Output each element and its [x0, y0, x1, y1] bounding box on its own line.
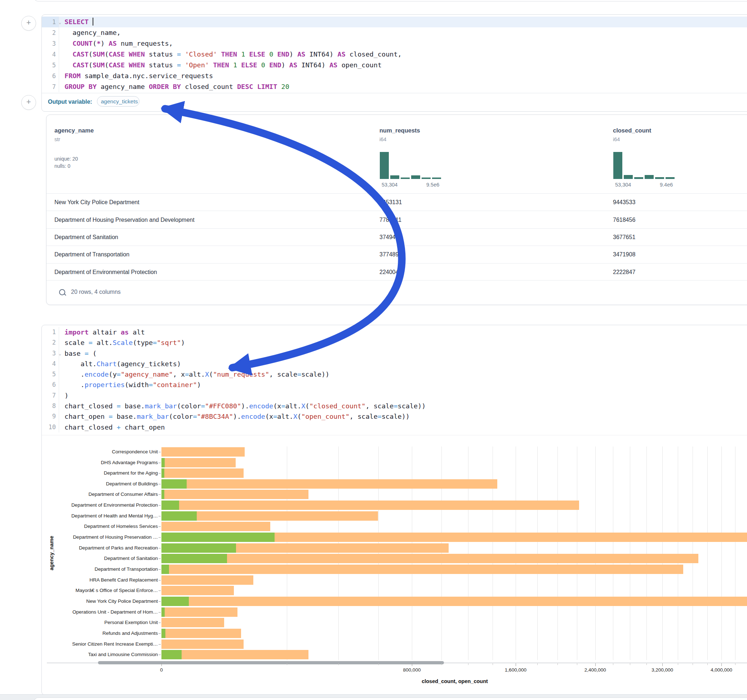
column-name: agency_name	[54, 127, 94, 134]
histogram-min-label: 53,304	[615, 182, 631, 188]
output-variable-pill[interactable]: agency_tickets	[97, 96, 139, 107]
table-row-count: 20 rows, 4 columns	[71, 289, 121, 295]
code-text: FROM sample_data.nyc.service_requests	[59, 71, 213, 81]
line-number: 8	[42, 401, 59, 411]
line-number: 2	[42, 337, 59, 348]
line-number: 3	[42, 38, 59, 49]
table-cell: 9453131	[380, 199, 402, 206]
table-header: agency_namestrunique: 20nulls: 0num_requ…	[47, 115, 747, 193]
code-text: alt.Chart(agency_tickets)	[59, 359, 181, 369]
histogram-bar	[390, 175, 400, 180]
column-histogram	[380, 152, 442, 180]
line-number: 2	[42, 27, 59, 38]
code-line: 1⌄SELECT	[42, 17, 747, 27]
search-icon[interactable]	[59, 289, 65, 295]
add-cell-button[interactable]: +	[21, 16, 36, 31]
histogram-bar	[644, 175, 654, 180]
code-text: chart_open = base.mark_bar(color="#8BC34…	[59, 411, 410, 422]
histogram-bar	[400, 177, 410, 180]
line-number: 5	[42, 369, 59, 380]
collapse-chevron-icon[interactable]: ⌄	[59, 17, 61, 28]
text-cursor	[92, 18, 93, 26]
python-cell: 1import altair as alt2scale = alt.Scale(…	[41, 325, 747, 695]
line-number: 4	[42, 359, 59, 369]
column-stat: nulls: 0	[54, 163, 94, 169]
sql-code-editor[interactable]: 1⌄SELECT 2 agency_name,3 COUNT(*) AS num…	[42, 15, 747, 95]
code-text: SELECT	[59, 17, 747, 27]
table-row[interactable]: Department of Transportation377489234719…	[47, 246, 747, 263]
code-line: 7GROUP BY agency_name ORDER BY closed_co…	[42, 81, 747, 92]
histogram-bar	[634, 177, 644, 180]
line-number: 1	[42, 327, 59, 337]
code-text: import altair as alt	[59, 327, 145, 337]
table-cell: Department of Housing Preservation and D…	[54, 217, 195, 223]
histogram-bar	[380, 152, 389, 180]
output-variable-row: Output variable: agency_tickets	[42, 93, 747, 111]
code-line: 1import altair as alt	[42, 327, 747, 337]
code-text: scale = alt.Scale(type="sqrt")	[59, 337, 185, 348]
table-cell: 3471908	[613, 251, 635, 258]
python-code-editor[interactable]: 1import altair as alt2scale = alt.Scale(…	[42, 325, 747, 435]
histogram-bar	[623, 175, 633, 180]
histogram-min-label: 53,304	[382, 182, 398, 188]
code-line: 2scale = alt.Scale(type="sqrt")	[42, 337, 747, 348]
code-line: 3 COUNT(*) AS num_requests,	[42, 38, 747, 49]
collapse-chevron-icon[interactable]: ⌄	[59, 348, 61, 359]
table-row[interactable]: Department of Housing Preservation and D…	[47, 211, 747, 228]
column-header-closed_count[interactable]: closed_counti64	[613, 127, 651, 142]
line-number: 9	[42, 411, 59, 422]
line-number: 10	[42, 422, 59, 433]
table-body: New York City Police Department945313194…	[47, 193, 747, 281]
table-row[interactable]: Department of Environmental Protection22…	[47, 263, 747, 281]
line-number: 6	[42, 380, 59, 390]
next-cell-edge	[34, 697, 747, 700]
code-line: 4 alt.Chart(agency_tickets)	[42, 359, 747, 369]
column-name: closed_count	[613, 127, 651, 134]
histogram-bar	[613, 152, 623, 180]
table-cell: Department of Sanitation	[54, 234, 118, 241]
code-line: 3⌄base = (	[42, 348, 747, 359]
sql-cell: 1⌄SELECT 2 agency_name,3 COUNT(*) AS num…	[41, 14, 747, 112]
column-histogram	[613, 152, 675, 180]
code-text: base = (	[59, 348, 97, 359]
table-cell: 7618456	[613, 217, 635, 223]
column-header-agency_name[interactable]: agency_namestrunique: 20nulls: 0	[54, 127, 94, 169]
table-row[interactable]: Department of Sanitation37494853677651	[47, 228, 747, 246]
line-number: 7	[42, 81, 59, 92]
code-line: 5 CAST(SUM(CASE WHEN status = 'Open' THE…	[42, 60, 747, 71]
line-number: 1⌄	[42, 17, 59, 27]
histogram-bar	[411, 175, 420, 180]
column-name: num_requests	[380, 127, 420, 134]
histogram-bar	[432, 177, 442, 180]
column-type: i64	[380, 136, 420, 142]
code-line: 6FROM sample_data.nyc.service_requests	[42, 71, 747, 81]
code-text: chart_closed = base.mark_bar(color="#FFC…	[59, 401, 426, 411]
line-number: 3⌄	[42, 348, 59, 359]
code-line: 10chart_closed + chart_open	[42, 422, 747, 433]
code-line: 5 .encode(y="agency_name", x=alt.X("num_…	[42, 369, 747, 380]
table-cell: 3749485	[380, 234, 402, 241]
column-header-num_requests[interactable]: num_requestsi64	[380, 127, 420, 142]
table-cell: 3677651	[613, 234, 635, 241]
code-text: .properties(width="container")	[59, 380, 201, 390]
code-text: chart_closed + chart_open	[59, 422, 165, 433]
line-number: 6	[42, 71, 59, 81]
table-cell: 9443533	[613, 199, 635, 206]
table-row[interactable]: New York City Police Department945313194…	[47, 193, 747, 211]
code-line: 2 agency_name,	[42, 27, 747, 38]
code-text: CAST(SUM(CASE WHEN status = 'Closed' THE…	[59, 49, 402, 60]
notebook-page: + + 1⌄SELECT 2 agency_name,3 COUNT(*) AS…	[0, 0, 747, 700]
line-number: 7	[42, 390, 59, 401]
table-cell: Department of Environmental Protection	[54, 269, 157, 276]
code-line: 9chart_open = base.mark_bar(color="#8BC3…	[42, 411, 747, 422]
table-cell: Department of Transportation	[54, 251, 129, 258]
code-text: )	[59, 390, 68, 401]
code-line: 7)	[42, 390, 747, 401]
table-cell: 2222847	[613, 269, 635, 276]
code-text: agency_name,	[59, 27, 121, 38]
code-text: .encode(y="agency_name", x=alt.X("num_re…	[59, 369, 330, 380]
code-line: 4 CAST(SUM(CASE WHEN status = 'Closed' T…	[42, 49, 747, 60]
code-line: 6 .properties(width="container")	[42, 380, 747, 390]
code-text: GROUP BY agency_name ORDER BY closed_cou…	[59, 81, 289, 92]
add-cell-button[interactable]: +	[21, 95, 36, 110]
